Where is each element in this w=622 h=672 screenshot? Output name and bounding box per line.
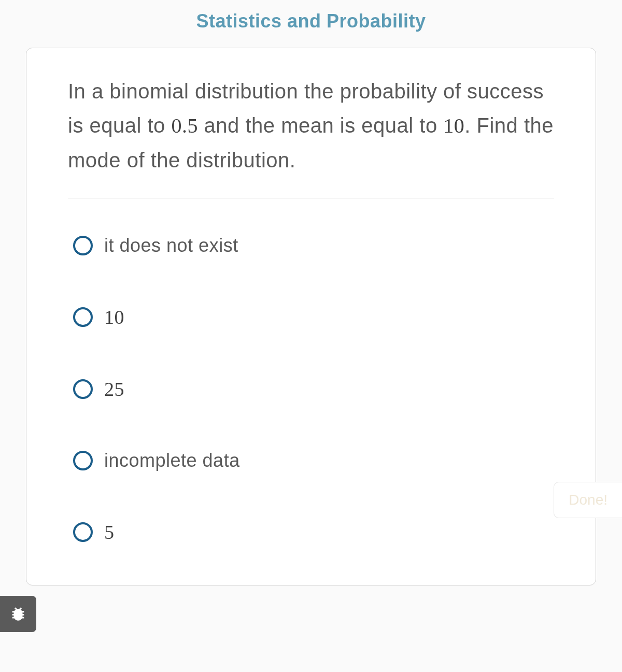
- done-tab[interactable]: Done!: [554, 482, 622, 518]
- radio-icon: [73, 522, 93, 542]
- option-label: 10: [104, 306, 124, 328]
- question-text-part2: and the mean is equal to: [198, 114, 443, 137]
- question-value-2: 10: [443, 114, 464, 137]
- options-list: it does not exist 10 25 incomplete data …: [68, 235, 554, 544]
- question-text: In a binomial distribution the probabili…: [68, 74, 554, 198]
- done-tab-label: Done!: [569, 492, 607, 508]
- option-1[interactable]: it does not exist: [73, 235, 554, 256]
- option-2[interactable]: 10: [73, 306, 554, 328]
- option-label: incomplete data: [104, 450, 240, 471]
- option-3[interactable]: 25: [73, 378, 554, 401]
- option-5[interactable]: 5: [73, 521, 554, 544]
- question-value-1: 0.5: [171, 114, 198, 137]
- bug-report-button[interactable]: [0, 596, 36, 632]
- option-label: 25: [104, 378, 124, 401]
- page-title: Statistics and Probability: [0, 0, 622, 48]
- bug-icon: [9, 605, 27, 623]
- option-4[interactable]: incomplete data: [73, 450, 554, 471]
- radio-icon: [73, 236, 93, 255]
- radio-icon: [73, 379, 93, 399]
- radio-icon: [73, 307, 93, 327]
- question-card: In a binomial distribution the probabili…: [26, 48, 596, 585]
- option-label: 5: [104, 521, 115, 544]
- radio-icon: [73, 451, 93, 470]
- option-label: it does not exist: [104, 235, 238, 256]
